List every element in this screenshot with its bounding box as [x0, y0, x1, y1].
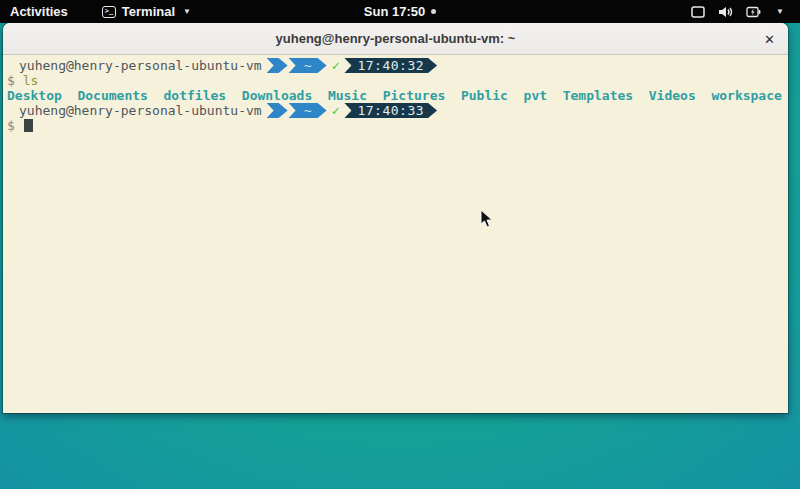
command-text: ls [23, 73, 39, 88]
top-bar: Activities >_ Terminal ▼ Sun 17:50 [0, 0, 800, 23]
powerline-time-segment: 17:40:33 [344, 103, 437, 118]
input-line[interactable]: $ [7, 118, 784, 133]
powerline-time-segment: 17:40:32 [344, 58, 437, 73]
command-line: $ ls [7, 73, 784, 88]
app-menu-button[interactable]: >_ Terminal ▼ [92, 0, 201, 23]
check-icon: ✓ [332, 103, 340, 118]
mouse-cursor-icon [480, 209, 493, 233]
ls-output-line: Desktop Documents dotfiles Downloads Mus… [7, 88, 784, 103]
prompt-user-host: yuheng@henry-personal-ubuntu-vm [19, 58, 262, 73]
system-tray-button[interactable]: ▼ [691, 6, 800, 18]
terminal-window: yuheng@henry-personal-ubuntu-vm: ~ ✕ yuh… [3, 23, 788, 413]
terminal-icon: >_ [102, 6, 116, 18]
window-titlebar[interactable]: yuheng@henry-personal-ubuntu-vm: ~ ✕ [3, 23, 788, 55]
text-cursor [24, 119, 33, 132]
prompt-line: yuheng@henry-personal-ubuntu-vm ~ ✓ 17:4… [7, 58, 784, 73]
prompt-line: yuheng@henry-personal-ubuntu-vm ~ ✓ 17:4… [7, 103, 784, 118]
activities-button[interactable]: Activities [0, 0, 78, 23]
powerline-path-segment: ~ [289, 103, 327, 118]
close-icon[interactable]: ✕ [764, 32, 775, 45]
top-bar-left: Activities >_ Terminal ▼ [0, 0, 201, 23]
dollar-sign: $ [7, 73, 15, 88]
volume-icon [718, 6, 733, 18]
powerline-path-segment: ~ [289, 58, 327, 73]
chevron-down-icon: ▼ [183, 7, 191, 16]
window-title: yuheng@henry-personal-ubuntu-vm: ~ [276, 31, 516, 46]
battery-charging-icon [746, 6, 761, 18]
powerline-arrow-icon [267, 103, 288, 118]
dollar-sign: $ [7, 118, 15, 133]
directory-list: Desktop Documents dotfiles Downloads Mus… [7, 88, 782, 103]
terminal-body[interactable]: yuheng@henry-personal-ubuntu-vm ~ ✓ 17:4… [3, 55, 788, 412]
notification-dot-icon [431, 9, 436, 14]
powerline-arrow-icon [267, 58, 288, 73]
app-menu-label: Terminal [122, 4, 175, 19]
screen-icon [691, 6, 705, 18]
chevron-down-icon: ▼ [776, 7, 784, 16]
clock-label: Sun 17:50 [364, 4, 425, 19]
check-icon: ✓ [332, 58, 340, 73]
prompt-user-host: yuheng@henry-personal-ubuntu-vm [19, 103, 262, 118]
